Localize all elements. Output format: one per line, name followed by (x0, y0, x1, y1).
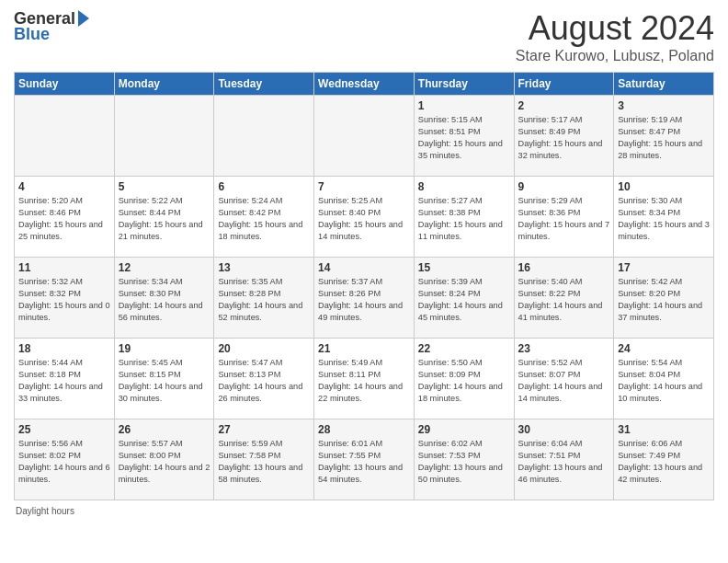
calendar-week-row: 25Sunrise: 5:56 AMSunset: 8:02 PMDayligh… (15, 419, 714, 500)
cell-info: Sunrise: 5:22 AMSunset: 8:44 PMDaylight:… (119, 195, 210, 243)
day-number: 2 (518, 99, 610, 112)
calendar-day-header: Saturday (614, 73, 714, 96)
cell-info: Sunrise: 5:59 AMSunset: 7:58 PMDaylight:… (218, 438, 310, 486)
calendar-table: SundayMondayTuesdayWednesdayThursdayFrid… (14, 72, 714, 500)
day-number: 20 (218, 342, 310, 355)
day-number: 15 (418, 261, 510, 274)
day-number: 7 (318, 180, 410, 193)
cell-info: Sunrise: 5:24 AMSunset: 8:42 PMDaylight:… (218, 195, 310, 243)
day-number: 4 (18, 180, 110, 193)
calendar-cell: 10Sunrise: 5:30 AMSunset: 8:34 PMDayligh… (614, 177, 714, 258)
calendar-cell: 28Sunrise: 6:01 AMSunset: 7:55 PMDayligh… (314, 419, 415, 500)
day-number: 18 (18, 342, 110, 355)
calendar-header-row: SundayMondayTuesdayWednesdayThursdayFrid… (15, 73, 714, 96)
day-number: 8 (418, 180, 510, 193)
cell-info: Sunrise: 5:34 AMSunset: 8:30 PMDaylight:… (119, 276, 210, 324)
day-number: 11 (18, 261, 110, 274)
month-year-title: August 2024 (516, 9, 714, 48)
cell-info: Sunrise: 5:15 AMSunset: 8:51 PMDaylight:… (418, 114, 510, 162)
cell-info: Sunrise: 5:35 AMSunset: 8:28 PMDaylight:… (218, 276, 310, 324)
calendar-cell: 22Sunrise: 5:50 AMSunset: 8:09 PMDayligh… (414, 339, 514, 419)
cell-info: Sunrise: 5:29 AMSunset: 8:36 PMDaylight:… (518, 195, 610, 243)
day-number: 29 (418, 423, 510, 436)
cell-info: Sunrise: 5:17 AMSunset: 8:49 PMDaylight:… (518, 114, 610, 162)
day-number: 30 (518, 423, 610, 436)
cell-info: Sunrise: 5:20 AMSunset: 8:46 PMDaylight:… (18, 195, 110, 243)
cell-info: Sunrise: 5:25 AMSunset: 8:40 PMDaylight:… (318, 195, 410, 243)
calendar-cell (15, 96, 115, 177)
footer: Daylight hours (14, 506, 714, 516)
day-number: 10 (618, 180, 710, 193)
day-number: 25 (18, 423, 110, 436)
day-number: 17 (618, 261, 710, 274)
calendar-cell: 1Sunrise: 5:15 AMSunset: 8:51 PMDaylight… (414, 96, 514, 177)
cell-info: Sunrise: 5:40 AMSunset: 8:22 PMDaylight:… (518, 276, 610, 324)
calendar-week-row: 11Sunrise: 5:32 AMSunset: 8:32 PMDayligh… (15, 258, 714, 339)
calendar-cell: 8Sunrise: 5:27 AMSunset: 8:38 PMDaylight… (414, 177, 514, 258)
calendar-cell (214, 96, 314, 177)
calendar-week-row: 18Sunrise: 5:44 AMSunset: 8:18 PMDayligh… (15, 339, 714, 419)
calendar-cell: 15Sunrise: 5:39 AMSunset: 8:24 PMDayligh… (414, 258, 514, 339)
cell-info: Sunrise: 5:56 AMSunset: 8:02 PMDaylight:… (18, 438, 110, 486)
day-number: 16 (518, 261, 610, 274)
day-number: 12 (119, 261, 210, 274)
day-number: 24 (618, 342, 710, 355)
calendar-cell: 29Sunrise: 6:02 AMSunset: 7:53 PMDayligh… (414, 419, 514, 500)
day-number: 13 (218, 261, 310, 274)
calendar-cell: 9Sunrise: 5:29 AMSunset: 8:36 PMDaylight… (514, 177, 614, 258)
cell-info: Sunrise: 5:30 AMSunset: 8:34 PMDaylight:… (618, 195, 710, 243)
calendar-cell: 2Sunrise: 5:17 AMSunset: 8:49 PMDaylight… (514, 96, 614, 177)
calendar-cell: 7Sunrise: 5:25 AMSunset: 8:40 PMDaylight… (314, 177, 415, 258)
day-number: 23 (518, 342, 610, 355)
calendar-cell: 4Sunrise: 5:20 AMSunset: 8:46 PMDaylight… (15, 177, 115, 258)
calendar-cell: 27Sunrise: 5:59 AMSunset: 7:58 PMDayligh… (214, 419, 314, 500)
calendar-day-header: Tuesday (214, 73, 314, 96)
cell-info: Sunrise: 5:27 AMSunset: 8:38 PMDaylight:… (418, 195, 510, 243)
title-block: August 2024 Stare Kurowo, Lubusz, Poland (516, 9, 714, 64)
calendar-cell: 3Sunrise: 5:19 AMSunset: 8:47 PMDaylight… (614, 96, 714, 177)
calendar-cell: 5Sunrise: 5:22 AMSunset: 8:44 PMDaylight… (114, 177, 214, 258)
day-number: 22 (418, 342, 510, 355)
calendar-cell (114, 96, 214, 177)
day-number: 9 (518, 180, 610, 193)
day-number: 5 (119, 180, 210, 193)
calendar-cell: 23Sunrise: 5:52 AMSunset: 8:07 PMDayligh… (514, 339, 614, 419)
day-number: 26 (119, 423, 210, 436)
cell-info: Sunrise: 5:57 AMSunset: 8:00 PMDaylight:… (119, 438, 210, 486)
calendar-cell: 24Sunrise: 5:54 AMSunset: 8:04 PMDayligh… (614, 339, 714, 419)
calendar-week-row: 4Sunrise: 5:20 AMSunset: 8:46 PMDaylight… (15, 177, 714, 258)
day-number: 28 (318, 423, 410, 436)
cell-info: Sunrise: 6:02 AMSunset: 7:53 PMDaylight:… (418, 438, 510, 486)
day-number: 21 (318, 342, 410, 355)
calendar-cell: 13Sunrise: 5:35 AMSunset: 8:28 PMDayligh… (214, 258, 314, 339)
cell-info: Sunrise: 5:44 AMSunset: 8:18 PMDaylight:… (18, 357, 110, 405)
page-header: General Blue August 2024 Stare Kurowo, L… (14, 9, 714, 64)
calendar-cell: 31Sunrise: 6:06 AMSunset: 7:49 PMDayligh… (614, 419, 714, 500)
cell-info: Sunrise: 6:06 AMSunset: 7:49 PMDaylight:… (618, 438, 710, 486)
calendar-cell: 20Sunrise: 5:47 AMSunset: 8:13 PMDayligh… (214, 339, 314, 419)
calendar-day-header: Thursday (414, 73, 514, 96)
calendar-cell: 17Sunrise: 5:42 AMSunset: 8:20 PMDayligh… (614, 258, 714, 339)
cell-info: Sunrise: 5:37 AMSunset: 8:26 PMDaylight:… (318, 276, 410, 324)
calendar-day-header: Sunday (15, 73, 115, 96)
calendar-cell: 30Sunrise: 6:04 AMSunset: 7:51 PMDayligh… (514, 419, 614, 500)
calendar-cell: 18Sunrise: 5:44 AMSunset: 8:18 PMDayligh… (15, 339, 115, 419)
calendar-cell: 16Sunrise: 5:40 AMSunset: 8:22 PMDayligh… (514, 258, 614, 339)
calendar-cell: 6Sunrise: 5:24 AMSunset: 8:42 PMDaylight… (214, 177, 314, 258)
cell-info: Sunrise: 5:54 AMSunset: 8:04 PMDaylight:… (618, 357, 710, 405)
cell-info: Sunrise: 5:45 AMSunset: 8:15 PMDaylight:… (119, 357, 210, 405)
logo: General Blue (14, 9, 89, 44)
cell-info: Sunrise: 6:01 AMSunset: 7:55 PMDaylight:… (318, 438, 410, 486)
day-number: 27 (218, 423, 310, 436)
calendar-cell: 14Sunrise: 5:37 AMSunset: 8:26 PMDayligh… (314, 258, 415, 339)
calendar-week-row: 1Sunrise: 5:15 AMSunset: 8:51 PMDaylight… (15, 96, 714, 177)
day-number: 3 (618, 99, 710, 112)
day-number: 14 (318, 261, 410, 274)
day-number: 31 (618, 423, 710, 436)
calendar-cell: 11Sunrise: 5:32 AMSunset: 8:32 PMDayligh… (15, 258, 115, 339)
calendar-cell: 26Sunrise: 5:57 AMSunset: 8:00 PMDayligh… (114, 419, 214, 500)
calendar-cell: 12Sunrise: 5:34 AMSunset: 8:30 PMDayligh… (114, 258, 214, 339)
calendar-cell: 21Sunrise: 5:49 AMSunset: 8:11 PMDayligh… (314, 339, 415, 419)
calendar-cell: 19Sunrise: 5:45 AMSunset: 8:15 PMDayligh… (114, 339, 214, 419)
calendar-day-header: Monday (114, 73, 214, 96)
